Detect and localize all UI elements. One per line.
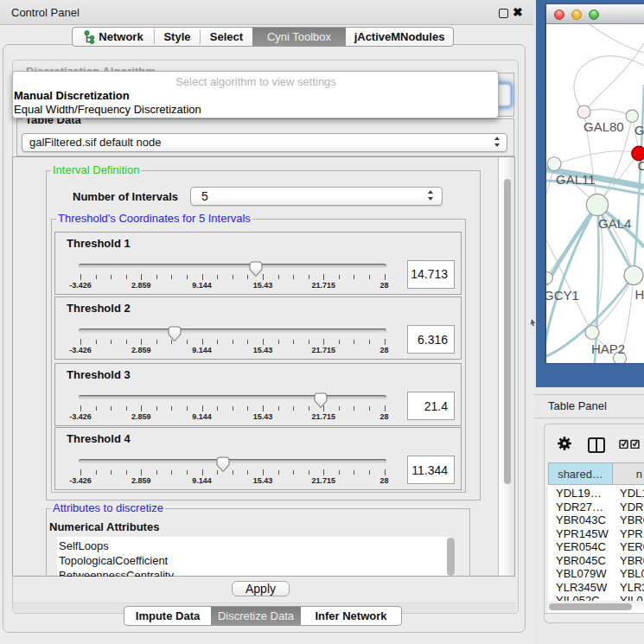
svg-text:GA: GA [634,123,644,137]
svg-text:H: H [635,287,644,302]
svg-text:GAL80: GAL80 [583,119,624,134]
svg-text:C: C [638,158,644,173]
svg-text:GAL11: GAL11 [556,172,596,187]
svg-text:GAL4: GAL4 [598,216,631,231]
svg-text:HAP2: HAP2 [591,341,625,356]
svg-text:GCY1: GCY1 [546,288,579,303]
